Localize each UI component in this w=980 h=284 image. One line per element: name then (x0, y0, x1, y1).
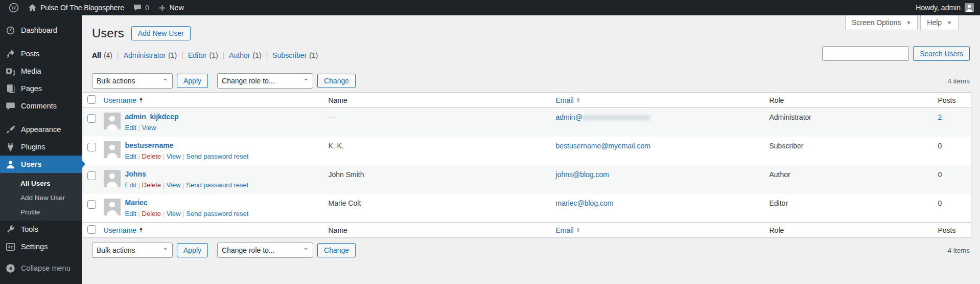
sidebar-item-tools[interactable]: Tools (0, 221, 82, 238)
avatar (104, 113, 121, 129)
comment-bubble-icon (133, 4, 142, 12)
sidebar-item-users[interactable]: Users (0, 156, 82, 173)
edit-link[interactable]: Edit (125, 152, 142, 160)
new-content-menu[interactable]: New (154, 0, 189, 15)
row-checkbox[interactable] (87, 200, 96, 209)
delete-link[interactable]: Delete (142, 152, 167, 160)
admin-menu: Dashboard Posts Media Pages Comments App… (0, 15, 82, 284)
users-table: Username▲▼ Name Email▲▼ Role Posts admin… (83, 92, 971, 238)
avatar (104, 141, 121, 158)
send-password-reset-link[interactable]: Send password reset (186, 152, 248, 160)
submenu-profile[interactable]: Profile (0, 205, 82, 220)
user-role-filters: All(4) Administrator(1) Editor(1) Author… (92, 51, 318, 59)
help-button[interactable]: Help ▼ (920, 15, 959, 30)
screen-options-button[interactable]: Screen Options ▼ (845, 15, 918, 30)
search-users-input[interactable] (822, 46, 909, 61)
sort-username-header[interactable]: Username▲▼ (104, 96, 144, 104)
my-account-menu[interactable]: Howdy, admin (909, 0, 980, 15)
view-link[interactable]: View (167, 181, 186, 189)
view-link[interactable]: View (142, 124, 156, 132)
apply-button[interactable]: Apply (177, 243, 208, 257)
sidebar-item-comments[interactable]: Comments (0, 97, 82, 115)
pushpin-icon (6, 49, 15, 59)
redacted-email: xxxxxxxxxxxxxxxxxxxxxx (582, 113, 650, 121)
row-actions: EditView (125, 124, 179, 132)
users-icon (6, 160, 15, 169)
users-submenu: All Users Add New User Profile (0, 173, 82, 221)
username-link[interactable]: Mariec (125, 199, 148, 207)
sidebar-item-appearance[interactable]: Appearance (0, 121, 82, 138)
comments-bubble[interactable]: 0 (129, 0, 154, 15)
change-role-select[interactable]: Change role to... (217, 73, 313, 89)
filter-administrator: Administrator(1) (124, 51, 188, 59)
email-link[interactable]: johns@blog.com (556, 170, 610, 179)
username-link[interactable]: bestusername (125, 141, 174, 149)
dashboard-icon (6, 26, 15, 35)
apply-button[interactable]: Apply (177, 74, 208, 88)
email-link[interactable]: bestusername@myemail.com (556, 142, 650, 150)
table-row: Johns EditDeleteViewSend password reset … (83, 165, 971, 194)
sidebar-item-dashboard[interactable]: Dashboard (0, 21, 82, 39)
wrench-icon (6, 225, 15, 234)
edit-link[interactable]: Edit (125, 124, 142, 132)
name-header: Name (323, 223, 551, 238)
name-cell: John Smith (323, 165, 551, 194)
name-header: Name (323, 93, 551, 108)
collapse-arrow-icon (6, 264, 15, 273)
name-cell: — (323, 108, 551, 137)
sort-email-header[interactable]: Email▲▼ (556, 96, 580, 104)
bulk-actions-select[interactable]: Bulk actions (92, 73, 173, 89)
sort-arrows-icon: ▲▼ (576, 97, 580, 103)
edit-link[interactable]: Edit (125, 181, 142, 189)
add-new-user-button[interactable]: Add New User (131, 26, 191, 40)
select-all-checkbox[interactable] (87, 225, 96, 234)
filter-subscriber: Subscriber(1) (272, 51, 318, 59)
sidebar-item-posts[interactable]: Posts (0, 45, 82, 62)
sidebar-item-settings[interactable]: Settings (0, 238, 82, 255)
view-link[interactable]: View (167, 152, 186, 160)
change-role-select[interactable]: Change role to... (217, 243, 313, 258)
posts-header: Posts (933, 223, 971, 238)
posts-count-link[interactable]: 2 (938, 113, 942, 121)
comments-count: 0 (145, 4, 149, 12)
submenu-add-new-user[interactable]: Add New User (0, 191, 82, 205)
send-password-reset-link[interactable]: Send password reset (186, 181, 248, 189)
username-link[interactable]: admin_kijkdccp (125, 113, 179, 121)
email-link[interactable]: admin@xxxxxxxxxxxxxxxxxxxxxx (556, 113, 650, 121)
submenu-all-users[interactable]: All Users (0, 177, 82, 191)
change-role-button[interactable]: Change (317, 74, 356, 88)
edit-link[interactable]: Edit (125, 210, 142, 217)
collapse-menu-button[interactable]: Collapse menu (0, 259, 82, 277)
role-cell: Subscriber (764, 137, 933, 165)
posts-count: 0 (933, 137, 971, 165)
change-role-button[interactable]: Change (317, 243, 356, 257)
row-checkbox[interactable] (87, 143, 96, 151)
delete-link[interactable]: Delete (142, 210, 167, 217)
sort-email-header[interactable]: Email▲▼ (556, 226, 580, 234)
sidebar-item-plugins[interactable]: Plugins (0, 138, 82, 156)
posts-count: 0 (933, 194, 971, 223)
row-checkbox[interactable] (87, 114, 96, 123)
delete-link[interactable]: Delete (142, 181, 167, 189)
row-actions: EditDeleteViewSend password reset (125, 210, 249, 217)
row-checkbox[interactable] (87, 171, 96, 180)
table-row: bestusername EditDeleteViewSend password… (83, 137, 971, 165)
site-name-link[interactable]: Pulse Of The Blogosphere (24, 0, 129, 15)
page-title: Users (92, 26, 124, 41)
search-users-button[interactable]: Search Users (913, 46, 970, 61)
sort-username-header[interactable]: Username▲▼ (104, 226, 144, 234)
bulk-actions-select[interactable]: Bulk actions (92, 243, 173, 258)
sidebar-item-pages[interactable]: Pages (0, 80, 82, 97)
sidebar-item-media[interactable]: Media (0, 62, 82, 80)
send-password-reset-link[interactable]: Send password reset (186, 210, 248, 217)
username-link[interactable]: Johns (125, 170, 146, 178)
view-link[interactable]: View (167, 210, 186, 217)
howdy-text: Howdy, admin (916, 4, 961, 12)
select-all-checkbox[interactable] (87, 95, 96, 104)
wordpress-logo-menu[interactable]: W (4, 0, 24, 15)
media-icon (6, 67, 15, 76)
email-link[interactable]: mariec@blog.com (556, 199, 614, 207)
plug-icon (6, 142, 15, 152)
wordpress-logo-icon: W (9, 3, 19, 13)
posts-header: Posts (933, 93, 971, 108)
